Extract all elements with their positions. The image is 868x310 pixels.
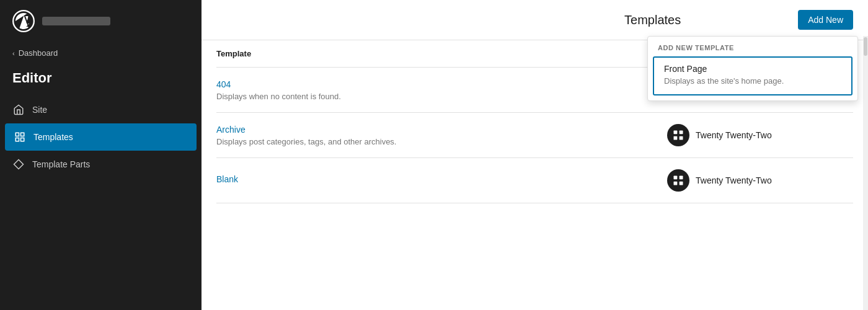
sidebar-item-site[interactable]: Site <box>0 96 202 123</box>
editor-title: Editor <box>0 64 202 96</box>
svg-rect-10 <box>674 131 678 135</box>
svg-rect-17 <box>680 182 683 185</box>
wordpress-logo <box>12 10 35 32</box>
sidebar-header <box>0 0 202 42</box>
template-name-blank[interactable]: Blank <box>216 174 667 184</box>
sidebar: ‹ Dashboard Editor Site <box>0 0 202 310</box>
sidebar-item-templates-label: Templates <box>33 132 73 142</box>
svg-rect-14 <box>674 176 678 180</box>
main-header: Templates Add New <box>202 0 868 40</box>
template-name-404[interactable]: 404 <box>216 79 667 89</box>
svg-marker-5 <box>14 160 24 169</box>
add-new-template-dropdown: ADD NEW TEMPLATE Front Page Displays as … <box>647 36 858 101</box>
back-label: Dashboard <box>19 48 58 58</box>
svg-rect-15 <box>680 176 683 180</box>
add-new-button[interactable]: Add New <box>798 10 853 30</box>
sidebar-item-template-parts[interactable]: Template Parts <box>0 151 202 178</box>
table-row: Blank Twenty Twenty-Two <box>216 158 853 203</box>
table-row: Archive Displays post categories, tags, … <box>216 113 853 158</box>
dropdown-header: ADD NEW TEMPLATE <box>648 37 857 56</box>
diamond-icon <box>12 158 25 170</box>
theme-name-blank: Twenty Twenty-Two <box>696 175 772 185</box>
added-by-blank: Twenty Twenty-Two <box>667 169 853 192</box>
theme-icon-archive <box>667 124 689 146</box>
svg-rect-2 <box>21 133 24 136</box>
column-header-template: Template <box>216 49 667 58</box>
site-name <box>42 17 110 25</box>
template-desc-404: Displays when no content is found. <box>216 92 667 101</box>
template-desc-archive: Displays post categories, tags, and othe… <box>216 137 667 146</box>
sidebar-item-site-label: Site <box>32 105 47 115</box>
theme-icon-blank <box>667 169 689 192</box>
svg-rect-16 <box>674 182 678 185</box>
template-info-blank: Blank <box>216 174 667 187</box>
dropdown-front-page-item[interactable]: Front Page Displays as the site's home p… <box>653 56 852 95</box>
template-info-404: 404 Displays when no content is found. <box>216 79 667 101</box>
dropdown-item-description: Displays as the site's home page. <box>664 76 841 86</box>
scrollbar-track[interactable] <box>863 36 868 310</box>
sidebar-item-templates[interactable]: Templates <box>5 123 197 151</box>
template-name-archive[interactable]: Archive <box>216 125 667 135</box>
svg-rect-12 <box>674 136 678 140</box>
scrollbar-thumb[interactable] <box>864 37 867 56</box>
svg-rect-3 <box>16 138 19 141</box>
sidebar-nav: Site Templates Template Parts <box>0 96 202 178</box>
home-icon <box>12 104 25 116</box>
sidebar-item-template-parts-label: Template Parts <box>32 159 90 169</box>
templates-icon <box>14 131 26 143</box>
main-content: Templates Add New ADD NEW TEMPLATE Front… <box>202 0 868 310</box>
theme-name-archive: Twenty Twenty-Two <box>696 130 772 140</box>
added-by-archive: Twenty Twenty-Two <box>667 124 853 146</box>
chevron-left-icon: ‹ <box>12 50 15 57</box>
page-title: Templates <box>507 13 798 27</box>
template-info-archive: Archive Displays post categories, tags, … <box>216 125 667 146</box>
svg-rect-11 <box>680 131 683 135</box>
svg-rect-4 <box>21 138 24 141</box>
svg-rect-13 <box>680 136 683 140</box>
svg-rect-1 <box>16 133 19 136</box>
back-to-dashboard[interactable]: ‹ Dashboard <box>0 42 202 64</box>
dropdown-item-title: Front Page <box>664 64 841 74</box>
